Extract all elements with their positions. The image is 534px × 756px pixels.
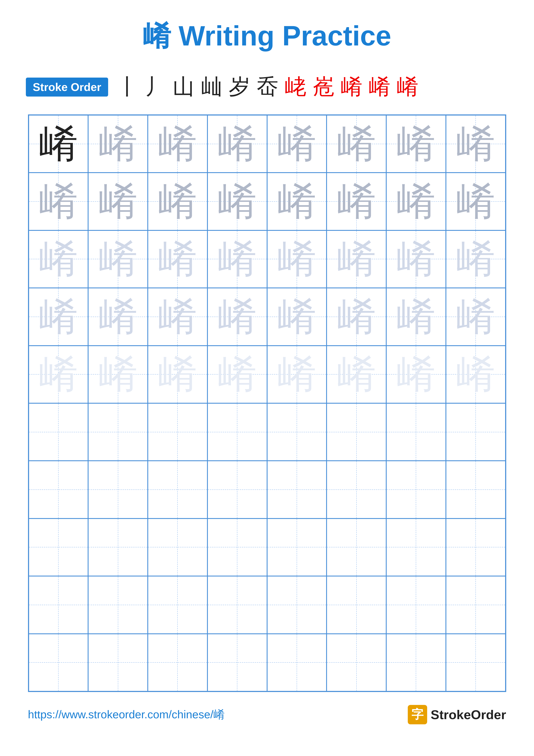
char-display: 崤	[39, 182, 78, 221]
char-display: 崤	[277, 355, 316, 394]
char-display: 崤	[456, 355, 495, 394]
grid-cell-r8c3[interactable]	[148, 519, 207, 576]
char-display: 崤	[218, 240, 257, 279]
char-display: 崤	[396, 240, 435, 279]
grid-cell-r5c8: 崤	[446, 346, 506, 403]
grid-cell-r1c2: 崤	[88, 115, 148, 173]
grid-cell-r7c3[interactable]	[148, 461, 207, 518]
char-display: 崤	[277, 240, 316, 279]
grid-cell-r9c5[interactable]	[267, 576, 327, 634]
char-display: 崤	[277, 297, 316, 336]
grid-cell-r4c5: 崤	[267, 288, 327, 345]
grid-cell-r10c5[interactable]	[267, 634, 327, 691]
grid-cell-r2c5: 崤	[267, 173, 327, 230]
grid-cell-r8c6[interactable]	[327, 519, 386, 576]
grid-cell-r6c8[interactable]	[446, 403, 506, 461]
grid-cell-r10c2[interactable]	[88, 634, 148, 691]
char-display: 崤	[218, 182, 257, 221]
grid-cell-r7c8[interactable]	[446, 461, 506, 518]
grid-cell-r5c3: 崤	[148, 346, 207, 403]
grid-cell-r7c6[interactable]	[327, 461, 386, 518]
grid-cell-r1c8: 崤	[446, 115, 506, 173]
grid-cell-r7c7[interactable]	[386, 461, 446, 518]
stroke-chars: 丨 丿 山 屾 岁 岙 峔 峞 崤 崤 崤	[117, 72, 418, 101]
grid-cell-r8c2[interactable]	[88, 519, 148, 576]
grid-cell-r6c1[interactable]	[29, 403, 88, 461]
grid-cell-r6c7[interactable]	[386, 403, 446, 461]
grid-cell-r5c6: 崤	[327, 346, 386, 403]
grid-cell-r8c1[interactable]	[29, 519, 88, 576]
char-display: 崤	[99, 355, 138, 394]
stroke-5: 岁	[229, 72, 250, 101]
grid-cell-r8c5[interactable]	[267, 519, 327, 576]
stroke-3: 山	[173, 72, 194, 101]
grid-cell-r3c3: 崤	[148, 230, 207, 288]
stroke-1: 丨	[117, 72, 138, 101]
footer-logo: 字 StrokeOrder	[408, 705, 506, 724]
grid-cell-r10c1[interactable]	[29, 634, 88, 691]
grid-cell-r1c7: 崤	[386, 115, 446, 173]
char-display: 崤	[396, 355, 435, 394]
char-display: 崤	[39, 355, 78, 394]
grid-cell-r8c8[interactable]	[446, 519, 506, 576]
grid-cell-r4c4: 崤	[207, 288, 267, 345]
logo-text: StrokeOrder	[431, 707, 506, 722]
grid-cell-r8c7[interactable]	[386, 519, 446, 576]
grid-cell-r9c2[interactable]	[88, 576, 148, 634]
grid-cell-r4c2: 崤	[88, 288, 148, 345]
char-display: 崤	[456, 240, 495, 279]
grid-cell-r5c1: 崤	[29, 346, 88, 403]
grid-cell-r7c5[interactable]	[267, 461, 327, 518]
grid-cell-r6c5[interactable]	[267, 403, 327, 461]
grid-cell-r9c4[interactable]	[207, 576, 267, 634]
grid-cell-r6c2[interactable]	[88, 403, 148, 461]
stroke-9: 崤	[341, 72, 362, 101]
char-display: 崤	[456, 297, 495, 336]
char-display: 崤	[396, 124, 435, 163]
page-title: 崤 Writing Practice	[143, 17, 391, 55]
grid-cell-r10c7[interactable]	[386, 634, 446, 691]
grid-cell-r1c5: 崤	[267, 115, 327, 173]
grid-cell-r2c3: 崤	[148, 173, 207, 230]
grid-cell-r10c3[interactable]	[148, 634, 207, 691]
stroke-order-row: Stroke Order 丨 丿 山 屾 岁 岙 峔 峞 崤 崤 崤	[26, 72, 508, 101]
grid-cell-r2c8: 崤	[446, 173, 506, 230]
grid-cell-r10c8[interactable]	[446, 634, 506, 691]
char-display: 崤	[39, 297, 78, 336]
stroke-10: 崤	[369, 72, 390, 101]
grid-cell-r6c3[interactable]	[148, 403, 207, 461]
grid-cell-r1c6: 崤	[327, 115, 386, 173]
grid-cell-r2c6: 崤	[327, 173, 386, 230]
char-display: 崤	[39, 240, 78, 279]
footer: https://www.strokeorder.com/chinese/崤 字 …	[28, 705, 506, 724]
grid-cell-r7c1[interactable]	[29, 461, 88, 518]
title-chinese-char: 崤	[143, 20, 171, 51]
stroke-7: 峔	[285, 72, 306, 101]
grid-cell-r3c1: 崤	[29, 230, 88, 288]
grid-cell-r7c2[interactable]	[88, 461, 148, 518]
grid-cell-r6c4[interactable]	[207, 403, 267, 461]
char-display: 崤	[218, 297, 257, 336]
stroke-8: 峞	[313, 72, 334, 101]
grid-cell-r3c8: 崤	[446, 230, 506, 288]
grid-cell-r9c6[interactable]	[327, 576, 386, 634]
grid-cell-r9c1[interactable]	[29, 576, 88, 634]
char-display: 崤	[158, 297, 197, 336]
grid-cell-r6c6[interactable]	[327, 403, 386, 461]
grid-cell-r10c6[interactable]	[327, 634, 386, 691]
stroke-order-badge: Stroke Order	[26, 78, 108, 96]
char-display: 崤	[337, 297, 376, 336]
grid-cell-r9c8[interactable]	[446, 576, 506, 634]
grid-cell-r4c3: 崤	[148, 288, 207, 345]
grid-cell-r7c4[interactable]	[207, 461, 267, 518]
stroke-6: 岙	[257, 72, 278, 101]
grid-cell-r8c4[interactable]	[207, 519, 267, 576]
footer-url: https://www.strokeorder.com/chinese/崤	[28, 707, 225, 722]
grid-cell-r9c3[interactable]	[148, 576, 207, 634]
grid-cell-r9c7[interactable]	[386, 576, 446, 634]
grid-cell-r10c4[interactable]	[207, 634, 267, 691]
logo-icon: 字	[408, 705, 427, 724]
char-display: 崤	[99, 124, 138, 163]
grid-cell-r2c1: 崤	[29, 173, 88, 230]
char-display: 崤	[337, 355, 376, 394]
